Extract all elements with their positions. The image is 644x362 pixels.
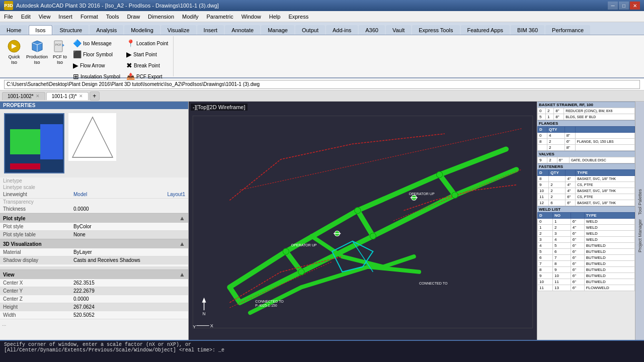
svg-text:Y: Y (193, 324, 196, 329)
tab-analysis[interactable]: Analysis (90, 25, 123, 35)
tab-bim360[interactable]: BIM 360 (511, 25, 544, 35)
table-header: DQTY (538, 127, 635, 133)
table-row: 1024"BASKET, SVC, 1/8" THK (538, 188, 635, 194)
cad-drawing: OPERATOR UP OPERATOR UP CONNECTED TO P-4… (189, 102, 537, 340)
fasteners-title: FASTENERS (537, 163, 635, 169)
viewport-label: -][Top][2D Wireframe] (191, 104, 248, 111)
tab-close-2[interactable]: ✕ (79, 94, 83, 99)
weld-list-title: WELD LIST (537, 206, 635, 212)
right-panel: BASKET STRAINER, RF, 100 028"REDUCER (CO… (537, 102, 635, 340)
collapse-view[interactable]: ▲ (179, 271, 185, 278)
menu-help[interactable]: Help (265, 11, 285, 22)
plot-style-header[interactable]: 3D Visualization ▲ (0, 239, 188, 248)
quick-iso-button[interactable]: QuickIso (5, 37, 23, 66)
break-point-icon: ✖ (126, 61, 132, 69)
height-row: Height 267.0624 (0, 303, 188, 311)
menu-draw[interactable]: Draw (123, 11, 144, 22)
3d-visualization-section: Plot style ▲ Plot style ByColor Plot sty… (0, 213, 188, 239)
svg-point-19 (370, 233, 376, 239)
path-input[interactable] (4, 80, 640, 89)
ribbon-group-iso-creation: QuickIso ProductionIso PCF PCF toIso 🔷 I… (2, 36, 174, 76)
table-row: 11136"FLOWWELD (538, 285, 635, 291)
production-iso-button[interactable]: ProductionIso (25, 37, 49, 66)
table-row: 028"REDUCER (CONC), BW, 8X6 (538, 108, 635, 114)
start-point-button[interactable]: ▶ Start Point (124, 49, 170, 59)
thickness-row: Thickness 0.0000 (0, 205, 188, 213)
pcf-to-iso-icon: PCF (52, 38, 68, 54)
floor-symbol-button[interactable]: ⬛ Floor Symbol (71, 49, 122, 59)
menu-format[interactable]: Format (76, 11, 102, 22)
tab-home[interactable]: Home (0, 25, 28, 35)
doc-tab-1001-1-3[interactable]: 1001-1 (3)* ✕ (46, 92, 89, 100)
thumb-svg (70, 115, 115, 160)
menu-window[interactable]: Window (237, 11, 265, 22)
svg-text:OPERATOR UP: OPERATOR UP (291, 243, 317, 247)
add-tab-button[interactable]: + (90, 92, 100, 101)
menu-parametric[interactable]: Parametric (202, 11, 237, 22)
table-row: 518"BLDS, SEE 8" BLD (538, 114, 635, 120)
flow-arrow-button[interactable]: ▶ Flow Arrow (71, 60, 122, 70)
floor-symbol-label: Floor Symbol (83, 52, 113, 57)
tab-vault[interactable]: Vault (386, 25, 411, 35)
tab-visualize[interactable]: Visualize (161, 25, 196, 35)
more-properties: ... (0, 319, 188, 329)
thumbnail-area (0, 109, 188, 177)
pcf-export-label: PCF Export (136, 74, 163, 79)
valves-title: VALVES (537, 151, 635, 157)
restore-button[interactable]: □ (619, 2, 629, 10)
tab-manage[interactable]: Manage (261, 25, 294, 35)
collapse-3d-viz[interactable]: ▲ (179, 215, 185, 222)
start-point-icon: ▶ (126, 50, 132, 58)
tab-isos[interactable]: Isos (29, 25, 52, 35)
tab-close-1[interactable]: ✕ (36, 94, 40, 99)
table-row: 9106"BUTWELD (538, 273, 635, 279)
menu-edit[interactable]: Edit (17, 11, 35, 22)
break-point-button[interactable]: ✖ Break Point (124, 60, 170, 70)
collapse-plot-style[interactable]: ▲ (179, 240, 185, 247)
close-button[interactable]: ✕ (630, 2, 640, 10)
menu-insert[interactable]: Insert (54, 11, 76, 22)
menu-dimension[interactable]: Dimension (144, 11, 178, 22)
tab-express-tools[interactable]: Express Tools (412, 25, 459, 35)
menu-view[interactable]: View (35, 11, 55, 22)
3d-viz-header[interactable]: Plot style ▲ (0, 213, 188, 223)
svg-text:CONNECTED TO: CONNECTED TO (419, 282, 448, 286)
tab-insert[interactable]: Insert (197, 25, 224, 35)
tab-annotate[interactable]: Annotate (225, 25, 260, 35)
cmd-line-2: [All/Center/Dynamic/Extents/Previous/Sca… (4, 347, 640, 353)
cad-viewport[interactable]: -][Top][2D Wireframe] (189, 102, 537, 340)
tab-a360[interactable]: A360 (359, 25, 385, 35)
tab-output[interactable]: Output (295, 25, 325, 35)
iso-message-label: Iso Message (83, 41, 112, 46)
tab-structure[interactable]: Structure (53, 25, 89, 35)
pcf-to-iso-label: PCF toIso (53, 54, 67, 65)
tab-addins[interactable]: Add-ins (326, 25, 358, 35)
menu-file[interactable]: File (0, 11, 17, 22)
tool-palettes-tab[interactable]: Tool Palettes Project Manager (635, 102, 644, 340)
thumbnail-drawing (5, 114, 64, 173)
project-manager-label[interactable]: Project Manager (636, 217, 643, 254)
svg-point-20 (452, 192, 458, 198)
table-row: 1266"BASKET, SVC, 1/8" THK (538, 200, 635, 206)
pathbar (0, 78, 644, 90)
table-row: 896"BUTWELD (538, 267, 635, 273)
tab-featured-apps[interactable]: Featured Apps (461, 25, 510, 35)
location-point-button[interactable]: 📍 Location Point (124, 38, 170, 48)
iso-message-button[interactable]: 🔷 Iso Message (71, 38, 122, 48)
menu-modify[interactable]: Modify (178, 11, 202, 22)
menu-express[interactable]: Express (284, 11, 312, 22)
tool-palettes-label[interactable]: Tool Palettes (636, 187, 643, 217)
pcf-to-iso-button[interactable]: PCF PCF toIso (51, 37, 69, 66)
svg-text:X: X (210, 323, 213, 328)
menu-tools[interactable]: Tools (102, 11, 123, 22)
svg-point-17 (437, 171, 443, 177)
plot-style-row: Material ByLayer (0, 248, 188, 256)
secondary-thumbnails (68, 113, 116, 173)
view-header[interactable]: View ▲ (0, 269, 188, 279)
tab-performance[interactable]: Performance (545, 25, 590, 35)
tab-modeling[interactable]: Modeling (124, 25, 160, 35)
doc-tab-1001-1002[interactable]: 1001-1002* ✕ (2, 92, 45, 100)
flanges-title: FLANGES (537, 120, 635, 126)
minimize-button[interactable]: ─ (608, 2, 618, 10)
doc-tabs: 1001-1002* ✕ 1001-1 (3)* ✕ + (0, 90, 644, 102)
